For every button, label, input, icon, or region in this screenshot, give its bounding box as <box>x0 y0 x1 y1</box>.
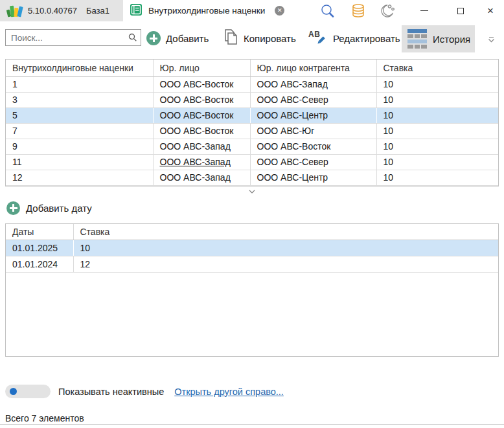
add-button-label: Добавить <box>166 33 209 44</box>
splitter-handle[interactable] <box>0 186 504 197</box>
table-cell[interactable]: 12 <box>6 170 153 185</box>
table-row[interactable]: 01.01.202510 <box>6 240 498 256</box>
table-row[interactable]: 11ООО АВС-ЗападООО АВС-Север10 <box>6 154 498 170</box>
edit-ab-pencil-icon: АВ <box>308 30 328 47</box>
copy-pages-icon <box>223 28 238 48</box>
chevron-down-icon <box>249 190 255 194</box>
table-cell[interactable]: ООО АВС-Восток <box>153 107 250 123</box>
table-cell[interactable]: 9 <box>6 139 153 154</box>
table-cell[interactable]: 10 <box>376 107 498 123</box>
table-cell[interactable]: ООО АВС-Восток <box>250 139 376 154</box>
table-cell[interactable]: ООО АВС-Запад <box>153 139 250 154</box>
tab-intraholding-markups[interactable]: Внутрихолдинговые наценки ✕ <box>130 0 284 21</box>
app-version: 5.10.0.40767 <box>28 6 77 16</box>
maximize-icon[interactable] <box>450 0 472 21</box>
table-cell[interactable]: ООО АВС-Центр <box>250 170 376 185</box>
tab-title: Внутрихолдинговые наценки <box>148 6 265 16</box>
minimize-icon[interactable] <box>413 0 435 21</box>
table-header-row: Внутрихолдинговые наценки Юр. лицо Юр. л… <box>6 60 498 76</box>
table-cell[interactable]: ООО АВС-Запад <box>250 76 376 92</box>
table-cell[interactable]: 01.01.2025 <box>6 240 73 256</box>
edit-button[interactable]: АВ Редактировать <box>308 28 400 48</box>
search-box <box>5 29 141 46</box>
table-row[interactable]: 9ООО АВС-ЗападООО АВС-Восток10 <box>6 139 498 154</box>
table-row[interactable]: 12ООО АВС-ЗападООО АВС-Центр10 <box>6 170 498 185</box>
table-cell[interactable]: 5 <box>6 107 153 123</box>
bottom-divider <box>0 424 504 425</box>
table-cell[interactable]: ООО АВС-Центр <box>250 107 376 123</box>
title-bar: 5.10.0.40767 База1 Внутрихолдинговые нац… <box>0 0 504 21</box>
add-date-button[interactable]: Добавить дату <box>6 201 92 215</box>
column-header[interactable]: Внутрихолдинговые наценки <box>6 60 153 76</box>
table-cell[interactable]: ООО АВС-Восток <box>153 92 250 107</box>
markups-table: Внутрихолдинговые наценки Юр. лицо Юр. л… <box>5 59 499 186</box>
app-logo-icon <box>7 3 23 18</box>
column-header[interactable]: Юр. лицо <box>153 60 250 76</box>
edit-button-label: Редактировать <box>333 33 400 44</box>
table-row[interactable]: 5ООО АВС-ВостокООО АВС-Центр10 <box>6 107 498 123</box>
show-inactive-toggle[interactable] <box>5 385 51 398</box>
column-header[interactable]: Ставка <box>376 60 498 76</box>
table-cell[interactable]: 10 <box>376 170 498 185</box>
history-button-label: История <box>433 34 470 45</box>
footer-controls: Показывать неактивные Открыть другой спр… <box>5 385 284 398</box>
table-cell[interactable]: ООО АВС-Запад <box>153 154 250 170</box>
table-row[interactable]: 01.01.202412 <box>6 256 498 273</box>
table-row[interactable]: 3ООО АВС-ВостокООО АВС-Север10 <box>6 92 498 107</box>
table-cell[interactable]: 3 <box>6 92 153 107</box>
table-cell[interactable]: ООО АВС-Запад <box>153 170 250 185</box>
table-row[interactable]: 1ООО АВС-ВостокООО АВС-Запад10 <box>6 76 498 92</box>
moon-settings-icon[interactable] <box>379 3 395 19</box>
status-total-count: Всего 7 элементов <box>5 413 84 423</box>
table-cell[interactable]: ООО АВС-Юг <box>250 123 376 139</box>
dates-table: Даты Ставка 01.01.20251001.01.202412 <box>5 223 499 357</box>
table-cell[interactable]: 10 <box>376 154 498 170</box>
plus-circle-icon <box>6 201 20 215</box>
base-name: База1 <box>86 6 109 16</box>
toggle-knob <box>10 388 17 395</box>
table-cell[interactable]: 7 <box>6 123 153 139</box>
column-header[interactable]: Ставка <box>73 224 498 240</box>
table-cell[interactable]: 1 <box>6 76 153 92</box>
toolbar-overflow-icon[interactable] <box>486 33 496 46</box>
table-cell[interactable]: 10 <box>376 139 498 154</box>
table-cell[interactable]: ООО АВС-Восток <box>153 76 250 92</box>
open-other-reference-link[interactable]: Открыть другой справо... <box>174 387 284 397</box>
column-header[interactable]: Даты <box>6 224 73 240</box>
table-cell[interactable]: 12 <box>73 256 498 273</box>
app-menu-block[interactable]: 5.10.0.40767 База1 <box>0 0 123 21</box>
database-icon[interactable] <box>350 3 366 19</box>
table-cell[interactable]: ООО АВС-Восток <box>153 123 250 139</box>
search-small-icon <box>128 33 137 42</box>
history-button[interactable]: История <box>402 25 475 52</box>
table-cell[interactable]: 10 <box>376 92 498 107</box>
table-cell[interactable]: 01.01.2024 <box>6 256 73 273</box>
book-icon <box>130 3 143 19</box>
table-cell[interactable]: 10 <box>376 123 498 139</box>
plus-circle-icon <box>146 31 161 45</box>
column-header[interactable]: Юр. лицо контрагента <box>250 60 376 76</box>
table-row[interactable]: 7ООО АВС-ВостокООО АВС-Юг10 <box>6 123 498 139</box>
copy-button[interactable]: Копировать <box>223 28 296 48</box>
close-icon[interactable]: × <box>479 0 501 21</box>
table-header-row: Даты Ставка <box>6 224 498 240</box>
toolbar: Добавить Копировать АВ Редактировать <box>0 21 504 59</box>
table-cell[interactable]: ООО АВС-Север <box>250 154 376 170</box>
add-date-label: Добавить дату <box>26 203 92 214</box>
search-icon[interactable] <box>320 3 336 19</box>
add-button[interactable]: Добавить <box>146 28 209 48</box>
search-input[interactable] <box>5 29 141 46</box>
table-cell[interactable]: ООО АВС-Север <box>250 92 376 107</box>
show-inactive-label: Показывать неактивные <box>58 387 164 397</box>
table-cell[interactable]: 11 <box>6 154 153 170</box>
tab-close-icon[interactable]: ✕ <box>275 6 284 16</box>
table-cell[interactable]: 10 <box>73 240 498 256</box>
history-table-icon <box>407 29 427 49</box>
table-cell[interactable]: 10 <box>376 76 498 92</box>
copy-button-label: Копировать <box>244 33 296 44</box>
